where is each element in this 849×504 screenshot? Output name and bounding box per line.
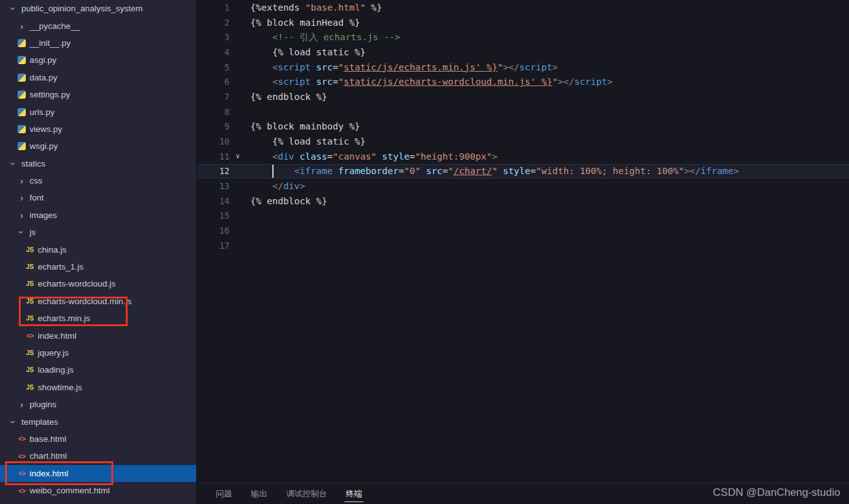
tree-item-statics[interactable]: ›statics — [0, 155, 196, 172]
code-token: </ — [689, 166, 700, 176]
tree-item-label: font — [30, 193, 44, 202]
tree-item-jquery-js[interactable]: JSjquery.js — [0, 344, 196, 361]
tree-item-css[interactable]: ›css — [0, 172, 196, 189]
line-number[interactable]: 1 — [197, 3, 231, 13]
chevron-down-icon[interactable]: › — [9, 416, 18, 428]
code-line-13[interactable]: 13 </div> — [197, 178, 849, 194]
panel-tab-output[interactable]: 输出 — [250, 486, 269, 502]
tree-item-base-html[interactable]: <>base.html — [0, 430, 196, 447]
code-line-11[interactable]: 11∨ <div class="canvas" style="height:90… — [197, 149, 849, 164]
js-file-icon: JS — [24, 280, 36, 287]
panel-tab-problems[interactable]: 问题 — [214, 486, 233, 502]
tree-item-images[interactable]: ›images — [0, 207, 196, 224]
code-line-3[interactable]: 3 <!-- 引入 echarts.js --> — [197, 30, 849, 45]
line-number[interactable]: 6 — [197, 77, 231, 87]
line-number[interactable]: 16 — [197, 226, 231, 236]
tree-item-echarts-min-js[interactable]: JSecharts.min.js — [0, 310, 196, 327]
tree-item-views-py[interactable]: views.py — [0, 121, 196, 138]
editor[interactable]: 1{%extends "base.html" %}2{% block mainH… — [197, 0, 849, 504]
tree-item-china-js[interactable]: JSchina.js — [0, 241, 196, 258]
line-number[interactable]: 13 — [197, 181, 231, 191]
tree-item-loading-js[interactable]: JSloading.js — [0, 361, 196, 378]
code-line-1[interactable]: 1{%extends "base.html" %} — [197, 0, 849, 15]
tree-item-showtime-js[interactable]: JSshowtime.js — [0, 379, 196, 396]
code-line-2[interactable]: 2{% block mainHead %} — [197, 15, 849, 30]
chevron-right-icon[interactable]: › — [16, 176, 28, 185]
tree-item-echarts-wordcloud-min-js[interactable]: JSecharts-wordcloud.min.js — [0, 293, 196, 310]
code-line-12[interactable]: 12 <iframe frameborder="0" src="/chart/"… — [197, 164, 849, 179]
chevron-down-icon[interactable]: › — [9, 3, 18, 14]
line-number[interactable]: 11 — [197, 151, 231, 162]
code-line-15[interactable]: 15 — [197, 209, 849, 224]
tree-item-asgi-py[interactable]: asgi.py — [0, 52, 196, 68]
code-line-10[interactable]: 10 {% load static %} — [197, 134, 849, 149]
tree-item-label: images — [30, 211, 57, 220]
tree-item-echarts-wordcloud-js[interactable]: JSecharts-wordcloud.js — [0, 275, 196, 292]
line-number[interactable]: 12 — [197, 166, 231, 176]
tree-item-font[interactable]: ›font — [0, 189, 196, 206]
code-token: static/js/echarts-wordcloud.min.js' %} — [343, 77, 552, 87]
fold-chevron-icon[interactable]: ∨ — [231, 152, 245, 160]
line-number[interactable]: 17 — [197, 241, 231, 251]
tree-item-index-html[interactable]: <>index.html — [0, 465, 196, 482]
line-number[interactable]: 14 — [197, 196, 231, 206]
code-token — [497, 166, 503, 176]
tree-item-weibo-comment-html[interactable]: <>weibo_comment.html — [0, 482, 196, 499]
tree-item-chart-html[interactable]: <>chart.html — [0, 447, 196, 464]
chevron-right-icon[interactable]: › — [16, 211, 28, 220]
code-token — [250, 62, 272, 72]
line-number[interactable]: 9 — [197, 121, 231, 131]
html-file-icon: <> — [24, 332, 36, 339]
line-number[interactable]: 3 — [197, 32, 231, 42]
tree-item-init-py[interactable]: __init__.py — [0, 35, 196, 52]
tree-item-templates[interactable]: ›templates — [0, 413, 196, 430]
chevron-down-icon[interactable]: › — [17, 226, 26, 238]
code-token: </ — [563, 77, 574, 87]
line-number[interactable]: 15 — [197, 211, 231, 221]
chevron-right-icon[interactable]: › — [16, 21, 28, 31]
code-token: </ — [272, 181, 283, 191]
tree-item-settings-py[interactable]: settings.py — [0, 86, 196, 103]
code-line-4[interactable]: 4 {% load static %} — [197, 45, 849, 60]
code-token — [311, 77, 316, 87]
tree-item-label: jquery.js — [38, 348, 69, 358]
line-number[interactable]: 5 — [197, 62, 231, 72]
tree-item-public-opinion-analysis-system[interactable]: ›public_opinion_analysis_system — [0, 0, 196, 17]
code-token: < — [272, 151, 278, 162]
code-line-7[interactable]: 7{% endblock %} — [197, 89, 849, 104]
code-line-17[interactable]: 17 — [197, 238, 849, 253]
line-number[interactable]: 7 — [197, 92, 231, 102]
tree-item-plugins[interactable]: ›plugins — [0, 396, 196, 413]
code-text: <iframe frameborder="0" src="/chart/" st… — [245, 166, 739, 176]
code-text: {% block mainbody %} — [245, 121, 360, 131]
chevron-right-icon[interactable]: › — [16, 193, 28, 202]
tree-item-echarts-1-js[interactable]: JSecharts_1.js — [0, 258, 196, 275]
chevron-right-icon[interactable]: › — [16, 400, 28, 409]
code-line-14[interactable]: 14{% endblock %} — [197, 194, 849, 209]
tree-item-index-html[interactable]: <>index.html — [0, 327, 196, 344]
code-line-16[interactable]: 16 — [197, 223, 849, 238]
chevron-down-icon[interactable]: › — [9, 158, 18, 170]
code-line-6[interactable]: 6 <script src="static/js/echarts-wordclo… — [197, 74, 849, 89]
file-explorer: ›public_opinion_analysis_system›__pycach… — [0, 0, 197, 504]
tree-item-label: templates — [21, 417, 58, 427]
panel-tab-debug-console[interactable]: 调试控制台 — [285, 486, 328, 502]
code-token: <!-- 引入 echarts.js --> — [272, 32, 401, 42]
line-number[interactable]: 2 — [197, 18, 231, 28]
code-line-5[interactable]: 5 <script src="static/js/echarts.min.js'… — [197, 60, 849, 75]
tree-item-pycache[interactable]: ›__pycache__ — [0, 17, 196, 34]
tree-item-wsgi-py[interactable]: wsgi.py — [0, 138, 196, 155]
code-line-8[interactable]: 8 — [197, 104, 849, 119]
panel-tab-terminal[interactable]: 终端 — [345, 486, 363, 502]
code-token: "0" — [404, 166, 420, 176]
python-file-icon — [16, 125, 28, 133]
tree-item-js[interactable]: ›js — [0, 224, 196, 241]
code-line-9[interactable]: 9{% block mainbody %} — [197, 119, 849, 134]
code-token: "canvas" — [333, 151, 377, 162]
tree-item-data-py[interactable]: data.py — [0, 69, 196, 86]
tree-item-urls-py[interactable]: urls.py — [0, 103, 196, 120]
line-number[interactable]: 4 — [197, 47, 231, 57]
line-number[interactable]: 8 — [197, 107, 231, 117]
line-number[interactable]: 10 — [197, 136, 231, 146]
tree-item-label: settings.py — [30, 90, 70, 99]
